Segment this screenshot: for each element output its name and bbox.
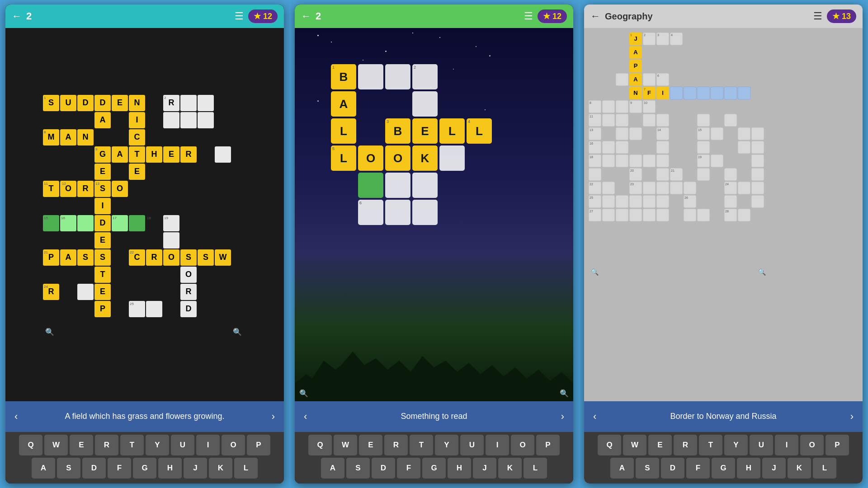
key-I-3[interactable]: I [775,435,798,455]
list-icon-2[interactable]: ☰ [524,10,533,22]
key-K-2[interactable]: K [498,458,522,479]
svg-rect-176 [616,127,628,140]
back-button-2[interactable]: ← [301,10,311,22]
list-icon-3[interactable]: ☰ [813,10,822,22]
key-Y-2[interactable]: Y [435,435,458,455]
clue-next-1[interactable]: › [268,411,278,422]
list-icon-1[interactable]: ☰ [235,10,244,22]
key-P-2[interactable]: P [536,435,560,455]
key-G-2[interactable]: G [422,458,446,479]
svg-text:6: 6 [657,74,659,77]
key-U-1[interactable]: U [171,435,194,455]
key-F-3[interactable]: F [686,458,710,479]
key-Q-3[interactable]: Q [598,435,621,455]
svg-text:R: R [186,287,192,296]
back-button-1[interactable]: ← [12,10,22,22]
svg-text:23: 23 [630,183,634,186]
key-P-1[interactable]: P [247,435,270,455]
key-H-1[interactable]: H [158,458,182,479]
key-G-3[interactable]: G [712,458,735,479]
key-W-1[interactable]: W [44,435,68,455]
clue-prev-1[interactable]: ‹ [11,411,21,422]
key-J-2[interactable]: J [473,458,496,479]
clue-text-3: Border to Norway and Russia [600,411,846,422]
key-H-2[interactable]: H [448,458,471,479]
key-O-2[interactable]: O [511,435,534,455]
key-T-1[interactable]: T [120,435,144,455]
key-S-1[interactable]: S [57,458,80,479]
svg-rect-191 [738,141,750,154]
key-R-2[interactable]: R [384,435,408,455]
key-L-1[interactable]: L [234,458,258,479]
key-R-1[interactable]: R [95,435,118,455]
key-J-3[interactable]: J [762,458,786,479]
svg-text:21: 21 [44,250,48,254]
key-D-3[interactable]: D [661,458,684,479]
key-H-3[interactable]: H [737,458,760,479]
key-U-2[interactable]: U [460,435,484,455]
clue-next-3[interactable]: › [847,411,857,422]
svg-rect-228 [602,195,615,208]
key-E-1[interactable]: E [70,435,93,455]
back-button-3[interactable]: ← [590,10,600,22]
svg-rect-230 [629,195,642,208]
key-S-2[interactable]: S [346,458,370,479]
key-Y-1[interactable]: Y [146,435,169,455]
svg-text:R: R [186,150,192,159]
key-K-3[interactable]: K [788,458,811,479]
svg-rect-170 [643,114,656,127]
key-Q-1[interactable]: Q [19,435,42,455]
key-A-1[interactable]: A [32,458,55,479]
svg-text:M: M [48,132,55,141]
key-I-2[interactable]: I [486,435,509,455]
key-P-3[interactable]: P [826,435,849,455]
key-E-3[interactable]: E [648,435,672,455]
key-L-3[interactable]: L [813,458,836,479]
svg-text:A: A [633,76,638,83]
key-I-1[interactable]: I [196,435,220,455]
key-F-1[interactable]: F [108,458,131,479]
key-T-3[interactable]: T [699,435,722,455]
key-L-2[interactable]: L [524,458,547,479]
key-U-3[interactable]: U [750,435,773,455]
svg-text:S: S [83,253,88,262]
key-Y-3[interactable]: Y [724,435,748,455]
clue-prev-3[interactable]: ‹ [590,411,600,422]
svg-text:F: F [647,89,651,96]
star-count-1: 12 [263,12,272,21]
svg-text:A: A [633,49,638,56]
key-A-2[interactable]: A [321,458,344,479]
key-O-1[interactable]: O [222,435,245,455]
svg-rect-247 [738,209,750,221]
svg-rect-161 [616,100,628,113]
svg-text:14: 14 [657,128,661,131]
key-A-3[interactable]: A [610,458,634,479]
clue-next-2[interactable]: › [557,411,568,422]
key-S-3[interactable]: S [636,458,659,479]
svg-rect-144 [616,73,628,86]
svg-text:N: N [633,89,637,96]
key-D-1[interactable]: D [82,458,106,479]
key-W-2[interactable]: W [334,435,357,455]
key-W-3[interactable]: W [623,435,646,455]
svg-text:2: 2 [644,33,646,37]
svg-text:C: C [134,253,140,262]
key-T-2[interactable]: T [410,435,433,455]
header-1: ← 2 ☰ ★ 12 [5,5,284,28]
svg-rect-145 [643,73,656,86]
key-Q-2[interactable]: Q [308,435,332,455]
key-O-3[interactable]: O [800,435,824,455]
key-F-2[interactable]: F [397,458,420,479]
svg-rect-192 [751,141,764,154]
key-K-1[interactable]: K [209,458,232,479]
svg-rect-171 [656,114,669,127]
svg-text:H: H [151,150,157,159]
key-E-2[interactable]: E [359,435,382,455]
key-J-1[interactable]: J [184,458,207,479]
clue-bar-2: ‹ Something to read › [295,401,573,432]
key-D-2[interactable]: D [372,458,395,479]
key-R-3[interactable]: R [674,435,697,455]
clue-prev-2[interactable]: ‹ [300,411,311,422]
game-area-3: J 1 A P A N 2 3 4 5 [584,28,863,401]
key-G-1[interactable]: G [133,458,156,479]
